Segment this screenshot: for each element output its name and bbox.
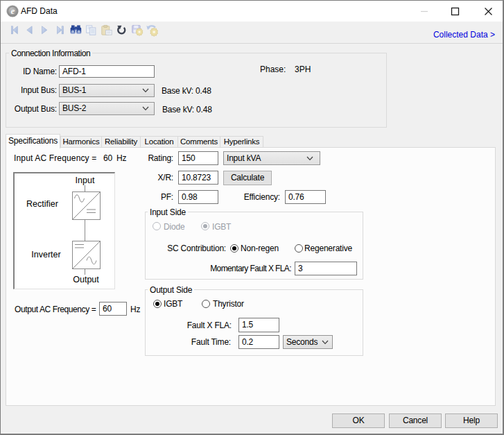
- svg-text:Inverter: Inverter: [31, 250, 60, 259]
- svg-text:Input: Input: [76, 176, 95, 185]
- svg-text:Rectifier: Rectifier: [26, 199, 58, 209]
- svg-text:Output: Output: [73, 275, 99, 284]
